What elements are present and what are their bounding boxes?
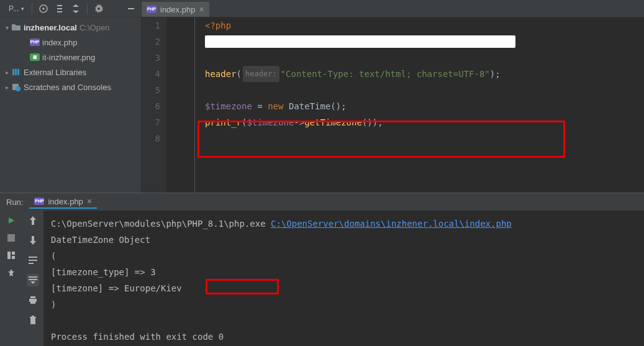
svg-rect-11 [7,234,15,242]
settings-icon[interactable] [91,1,106,16]
stop-icon[interactable] [5,232,17,244]
tree-root[interactable]: inzhener.local C:\Open [0,20,141,35]
svg-rect-5 [128,8,134,9]
soft-wrap-icon[interactable] [27,254,39,266]
svg-rect-17 [29,263,34,264]
svg-rect-22 [30,301,35,304]
run-title: Run: [6,198,23,207]
close-icon[interactable]: × [87,196,92,206]
run-tab[interactable]: PHP index.php × [29,195,97,209]
down-icon[interactable] [27,234,39,247]
scratch-icon [11,82,21,92]
svg-rect-15 [29,257,37,258]
svg-rect-25 [32,316,34,317]
tree-extlib-label: External Libraries [24,68,86,77]
editor-tabbar: PHP index.php × [142,0,644,17]
output-link[interactable]: C:\OpenServer\domains\inzhener.local\ind… [271,219,512,229]
tree-file-label: index.php [42,38,77,47]
svg-rect-24 [30,318,35,324]
folder-icon [11,22,21,32]
svg-rect-8 [17,69,19,75]
code-editor[interactable]: 12345678 <?php header(header:"Content-Ty… [142,17,644,193]
tree-root-path: C:\Open [79,23,109,32]
print-icon[interactable] [27,294,39,306]
svg-rect-23 [30,317,36,318]
run-toolbar-left [0,211,22,346]
run-tab-label: index.php [48,197,83,206]
redacted-line [205,35,515,48]
chevron-down-icon [2,24,11,31]
svg-rect-18 [29,276,37,278]
run-toolbar-right [22,211,43,346]
tree-external-libs[interactable]: External Libraries [0,65,141,80]
trash-icon[interactable] [27,314,39,326]
php-file-icon: PHP [30,39,40,46]
php-file-icon: PHP [34,198,44,205]
scroll-to-end-icon[interactable] [27,274,39,286]
run-icon[interactable] [5,214,17,227]
library-icon [11,67,21,77]
expand-all-icon[interactable] [52,1,67,16]
code-body[interactable]: <?php header(header:"Content-Type: text/… [166,17,644,193]
layout-icon[interactable] [5,249,17,262]
tree-scratch-label: Scratches and Consoles [24,83,111,92]
svg-rect-16 [29,260,37,261]
svg-rect-19 [29,279,37,280]
svg-rect-7 [15,69,17,75]
collapse-all-icon[interactable] [68,1,83,16]
gutter: 12345678 [142,17,166,193]
run-output[interactable]: C:\OpenServer\modules\php\PHP_8.1\php.ex… [43,211,644,346]
project-dropdown[interactable]: P... ▾ [2,1,28,16]
svg-rect-12 [7,252,11,259]
image-file-icon: ▣ [30,53,40,61]
svg-rect-14 [12,256,15,259]
svg-rect-20 [30,296,35,298]
tree-file-label: it-inzhener.png [42,53,95,62]
svg-point-10 [16,86,20,91]
svg-point-4 [43,8,44,9]
project-label: P... [9,4,19,13]
svg-rect-13 [12,252,15,255]
tab-filename: index.php [160,5,195,14]
svg-rect-6 [12,69,14,75]
project-tree: inzhener.local C:\Open PHP index.php ▣ i… [0,17,141,97]
editor-tab[interactable]: PHP index.php × [142,1,209,17]
close-icon[interactable]: × [199,4,204,14]
hide-icon[interactable] [124,1,138,16]
chevron-right-icon [2,69,11,76]
php-file-icon: PHP [147,6,156,13]
tree-root-name: inzhener.local [24,23,77,32]
tree-file-png[interactable]: ▣ it-inzhener.png [0,50,141,65]
tree-scratches[interactable]: Scratches and Consoles [0,80,141,94]
pin-icon[interactable] [5,266,17,279]
select-opened-file-icon[interactable] [36,1,51,16]
sidebar-toolbar: P... ▾ [0,0,141,17]
run-panel: Run: PHP index.php × C:\OpenServer\modul… [0,193,644,346]
tree-file-php[interactable]: PHP index.php [0,35,141,50]
up-icon[interactable] [27,214,39,227]
chevron-right-icon [2,84,11,91]
